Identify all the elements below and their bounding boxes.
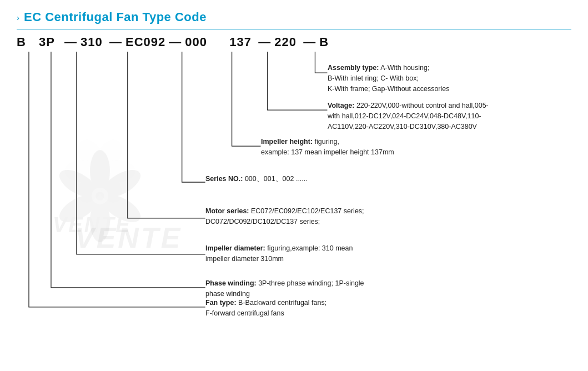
dash1: —: [64, 35, 77, 49]
chevron-icon: ›: [17, 13, 19, 22]
svg-text:VENTE: VENTE: [53, 213, 132, 237]
impeller-height-label: Impeller height:: [261, 138, 313, 146]
code-B2: B: [319, 35, 331, 49]
type-code-row: B 3P — 310 — EC092 — 000 137 — 220 — B: [17, 35, 331, 49]
dash3: —: [169, 35, 182, 49]
diagram-area: VENTE B 3P — 31: [17, 35, 571, 346]
title-section: › EC Centrifugal Fan Type Code: [17, 10, 571, 29]
phase-label: Phase winding:: [205, 279, 257, 287]
impeller-height-desc: Impeller height: figuring,example: 137 m…: [261, 137, 394, 158]
dash2: —: [109, 35, 122, 49]
code-220: 220: [274, 35, 300, 49]
phase-desc: Phase winding: 3P-three phase winding; 1…: [205, 278, 364, 299]
dash6: —: [303, 35, 316, 49]
svg-point-14: [96, 192, 104, 200]
motor-desc: Motor series: EC072/EC092/EC102/EC137 se…: [205, 206, 364, 227]
voltage-desc: Voltage: 220-220V,000-without control an…: [328, 101, 489, 132]
series-label: Series NO.:: [205, 175, 243, 183]
dash5: —: [258, 35, 271, 49]
series-text: 000、001、002 ......: [245, 175, 308, 183]
series-desc: Series NO.: 000、001、002 ......: [205, 174, 308, 184]
page-title: EC Centrifugal Fan Type Code: [24, 10, 207, 24]
assembly-label: Assembly type:: [328, 64, 379, 72]
fan-type-desc: Fan type: B-Backward centrifugal fans;F-…: [205, 298, 326, 319]
code-B: B: [17, 35, 32, 49]
code-310: 310: [81, 35, 106, 49]
impeller-dia-desc: Impeller diameter: figuring,example: 310…: [205, 243, 353, 264]
assembly-desc: Assembly type: A-With housing;B-With inl…: [328, 63, 450, 94]
code-137: 137: [229, 35, 255, 49]
watermark-fan-svg: VENTE: [47, 143, 175, 249]
fan-type-label: Fan type:: [205, 299, 237, 307]
impeller-dia-label: Impeller diameter:: [205, 244, 265, 252]
voltage-label: Voltage:: [328, 102, 354, 109]
motor-label: Motor series:: [205, 207, 249, 215]
code-3P: 3P: [39, 35, 61, 49]
code-EC092: EC092: [125, 35, 165, 49]
page-container: › EC Centrifugal Fan Type Code VENTE: [0, 0, 588, 371]
code-000: 000: [185, 35, 212, 49]
